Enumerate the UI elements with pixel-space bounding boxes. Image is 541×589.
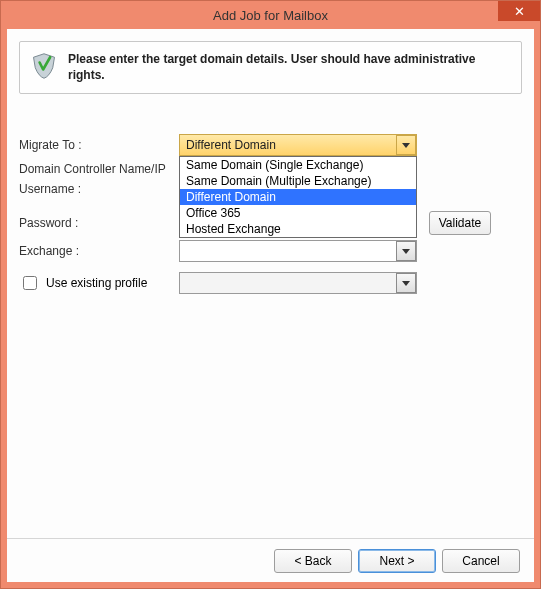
client-area: Please enter the target domain details. … xyxy=(7,29,534,582)
back-button[interactable]: < Back xyxy=(274,549,352,573)
exchange-dropdown[interactable] xyxy=(179,240,417,262)
chevron-down-icon[interactable] xyxy=(396,273,416,293)
chevron-down-icon[interactable] xyxy=(396,135,416,155)
titlebar: Add Job for Mailbox ✕ xyxy=(1,1,540,29)
list-item[interactable]: Hosted Exchange xyxy=(180,221,416,237)
list-item[interactable]: Same Domain (Multiple Exchange) xyxy=(180,173,416,189)
window-title: Add Job for Mailbox xyxy=(213,8,328,23)
label-password: Password : xyxy=(19,216,179,230)
label-migrate-to: Migrate To : xyxy=(19,138,179,152)
list-item[interactable]: Different Domain xyxy=(180,189,416,205)
migrate-to-options-list[interactable]: Same Domain (Single Exchange) Same Domai… xyxy=(179,156,417,238)
cancel-button[interactable]: Cancel xyxy=(442,549,520,573)
form: Migrate To : Different Domain Same Domai… xyxy=(19,134,522,534)
label-exchange: Exchange : xyxy=(19,244,179,258)
close-icon: ✕ xyxy=(514,4,525,19)
list-item[interactable]: Office 365 xyxy=(180,205,416,221)
wizard-footer: < Back Next > Cancel xyxy=(7,538,534,582)
label-username: Username : xyxy=(19,182,179,196)
label-domain-controller: Domain Controller Name/IP xyxy=(19,162,179,176)
profile-dropdown[interactable] xyxy=(179,272,417,294)
label-use-existing: Use existing profile xyxy=(46,276,147,290)
dialog-window: Add Job for Mailbox ✕ Please enter the t… xyxy=(0,0,541,589)
chevron-down-icon[interactable] xyxy=(396,241,416,261)
row-migrate-to: Migrate To : Different Domain Same Domai… xyxy=(19,134,522,156)
list-item[interactable]: Same Domain (Single Exchange) xyxy=(180,157,416,173)
next-button[interactable]: Next > xyxy=(358,549,436,573)
row-exchange: Exchange : xyxy=(19,240,522,262)
row-use-existing: Use existing profile xyxy=(19,272,522,294)
instructions-text: Please enter the target domain details. … xyxy=(68,52,511,83)
close-button[interactable]: ✕ xyxy=(498,1,540,21)
instructions-panel: Please enter the target domain details. … xyxy=(19,41,522,94)
migrate-to-dropdown[interactable]: Different Domain xyxy=(179,134,417,156)
validate-button[interactable]: Validate xyxy=(429,211,491,235)
use-existing-checkbox[interactable] xyxy=(23,276,37,290)
shield-icon xyxy=(30,52,58,80)
migrate-to-value: Different Domain xyxy=(180,138,282,152)
